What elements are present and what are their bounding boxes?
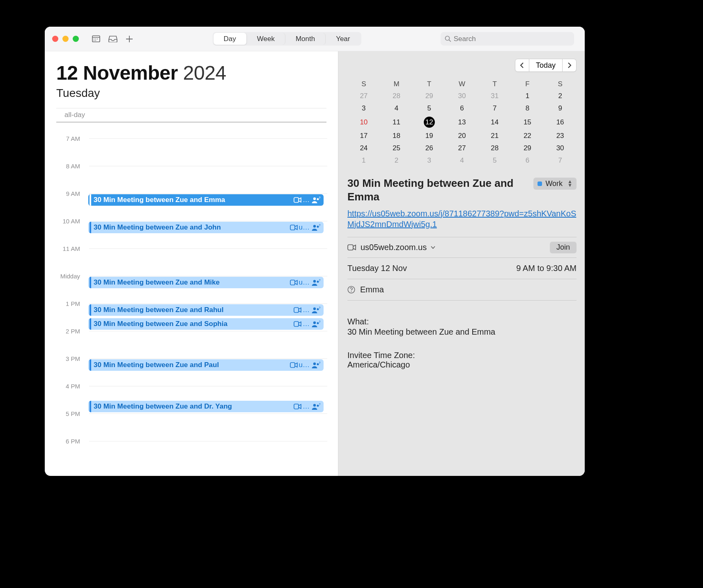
mini-day-cell[interactable]: 31 [478, 90, 511, 102]
hour-grid[interactable]: 7 AM8 AM9 AM10 AM11 AMMidday1 PM2 PM3 PM… [45, 123, 338, 476]
calendar-event[interactable]: 30 Min Meeting between Zue and Emma…? [88, 194, 324, 206]
event-title-label: 30 Min Meeting between Zue and Paul [94, 361, 289, 369]
hour-label: 5 PM [56, 410, 80, 438]
mini-day-cell[interactable]: 12 [413, 115, 446, 130]
mini-day-cell[interactable]: 21 [478, 130, 511, 142]
hour-label: 3 PM [56, 355, 80, 383]
mini-day-cell[interactable]: 22 [511, 130, 544, 142]
mini-weekday-header: S [347, 78, 380, 90]
mini-day-cell[interactable]: 28 [380, 90, 413, 102]
calendar-event[interactable]: 30 Min Meeting between Zue and Sophia…? [88, 318, 324, 330]
mini-day-cell[interactable]: 1 [511, 90, 544, 102]
calendars-icon[interactable] [92, 35, 100, 42]
event-description[interactable]: What: 30 Min Meeting between Zue and Emm… [347, 316, 577, 338]
event-location[interactable]: us05web.zoom.us [347, 243, 435, 252]
inbox-icon[interactable] [108, 35, 117, 42]
calendar-event[interactable]: 30 Min Meeting between Zue and Paulu…? [88, 359, 324, 371]
question-circle-icon [347, 286, 355, 294]
mini-weekday-header: T [478, 78, 511, 90]
view-year[interactable]: Year [326, 33, 360, 45]
hour-label: 11 AM [56, 245, 80, 273]
close-button[interactable] [52, 36, 58, 42]
mini-day-cell[interactable]: 17 [347, 130, 380, 142]
mini-day-cell[interactable]: 1 [347, 154, 380, 167]
mini-day-cell[interactable]: 30 [446, 90, 478, 102]
mini-day-cell[interactable]: 2 [380, 154, 413, 167]
hour-label: 9 AM [56, 190, 80, 218]
calendar-event[interactable]: 30 Min Meeting between Zue and Dr. Yang…… [88, 401, 324, 412]
mini-day-cell[interactable]: 23 [544, 130, 577, 142]
hour-label: 4 PM [56, 383, 80, 410]
calendar-event[interactable]: 30 Min Meeting between Zue and Johnu…? [88, 222, 324, 233]
mini-day-cell[interactable]: 4 [380, 102, 413, 115]
mini-day-cell[interactable]: 16 [544, 115, 577, 130]
svg-point-4 [97, 39, 98, 39]
all-day-row[interactable]: all-day [56, 108, 326, 123]
mini-day-cell[interactable]: 7 [544, 154, 577, 167]
calendar-event[interactable]: 30 Min Meeting between Zue and Mikeu…? [88, 277, 324, 288]
mini-day-cell[interactable]: 27 [347, 90, 380, 102]
mini-day-cell[interactable]: 6 [511, 154, 544, 167]
mini-day-cell[interactable]: 6 [446, 102, 478, 115]
event-time[interactable]: Tuesday 12 Nov 9 AM to 9:30 AM [347, 261, 577, 276]
mini-day-cell[interactable]: 14 [478, 115, 511, 130]
mini-day-cell[interactable]: 13 [446, 115, 478, 130]
event-url[interactable]: https://us05web.zoom.us/j/871186277389?p… [347, 208, 577, 230]
svg-point-20 [313, 280, 316, 283]
mini-calendar[interactable]: SMTWTFS272829303112345678910111213141516… [347, 78, 577, 167]
mini-day-cell[interactable]: 30 [544, 142, 577, 154]
today-button[interactable]: Today [529, 59, 563, 72]
mini-day-cell[interactable]: 28 [478, 142, 511, 154]
separator [347, 257, 577, 258]
search-field[interactable] [441, 32, 574, 46]
video-icon [290, 225, 298, 230]
svg-point-24 [313, 308, 316, 310]
mini-day-cell[interactable]: 9 [544, 102, 577, 115]
mini-day-cell[interactable]: 15 [511, 115, 544, 130]
search-input[interactable] [454, 35, 570, 43]
mini-day-cell[interactable]: 10 [347, 115, 380, 130]
separator [347, 279, 577, 279]
svg-point-28 [313, 321, 316, 324]
mini-day-cell[interactable]: 3 [347, 102, 380, 115]
mini-day-cell[interactable]: 7 [478, 102, 511, 115]
view-day[interactable]: Day [214, 33, 247, 45]
next-button[interactable] [563, 59, 577, 72]
mini-day-cell[interactable]: 18 [380, 130, 413, 142]
mini-day-cell[interactable]: 4 [446, 154, 478, 167]
svg-text:?: ? [319, 362, 321, 364]
mini-day-cell[interactable]: 3 [413, 154, 446, 167]
mini-day-cell[interactable]: 20 [446, 130, 478, 142]
attendee-row[interactable]: Emma [347, 283, 577, 297]
zoom-button[interactable] [73, 36, 79, 42]
calendar-select[interactable]: Work ▲▼ [533, 177, 577, 190]
event-location-label: … [303, 196, 310, 204]
mini-day-cell[interactable]: 19 [413, 130, 446, 142]
svg-rect-35 [294, 404, 299, 409]
mini-day-cell[interactable]: 29 [413, 90, 446, 102]
mini-day-cell[interactable]: 27 [446, 142, 478, 154]
view-week[interactable]: Week [247, 33, 285, 45]
mini-day-cell[interactable]: 26 [413, 142, 446, 154]
mini-day-cell[interactable]: 11 [380, 115, 413, 130]
video-icon [290, 280, 298, 285]
mini-day-cell[interactable]: 5 [478, 154, 511, 167]
mini-day-cell[interactable]: 2 [544, 90, 577, 102]
prev-button[interactable] [515, 59, 529, 72]
mini-day-cell[interactable]: 25 [380, 142, 413, 154]
hour-row: 5 PM [56, 413, 338, 441]
minimize-button[interactable] [62, 36, 69, 42]
mini-day-cell[interactable]: 24 [347, 142, 380, 154]
mini-day-cell[interactable]: 29 [511, 142, 544, 154]
event-title-label: 30 Min Meeting between Zue and Mike [94, 278, 289, 287]
add-event-icon[interactable] [126, 35, 133, 43]
sidebar: Today SMTWTFS272829303112345678910111213… [338, 51, 585, 476]
svg-rect-23 [294, 308, 299, 312]
hour-label: 2 PM [56, 328, 80, 355]
calendar-event[interactable]: 30 Min Meeting between Zue and Rahul…? [88, 304, 324, 316]
mini-day-cell[interactable]: 8 [511, 102, 544, 115]
svg-point-41 [351, 291, 352, 292]
mini-day-cell[interactable]: 5 [413, 102, 446, 115]
join-button[interactable]: Join [550, 241, 577, 253]
view-month[interactable]: Month [285, 33, 326, 45]
